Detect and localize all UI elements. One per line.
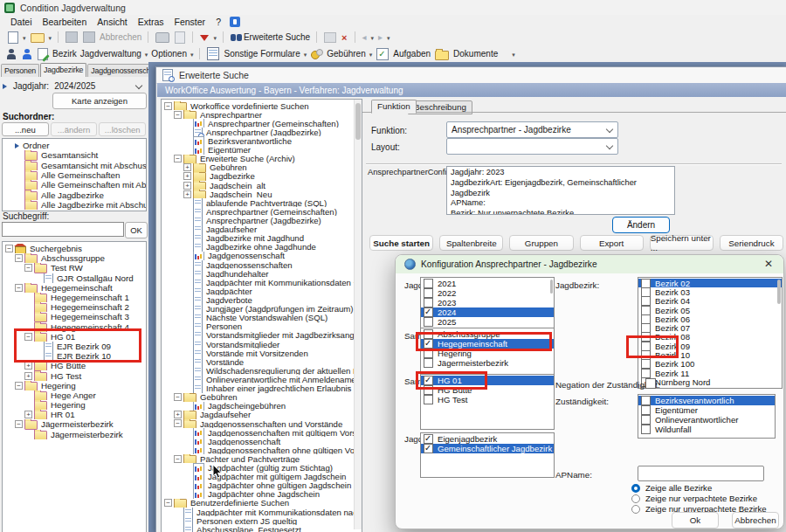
- collapse-icon[interactable]: −: [15, 284, 23, 292]
- abbrechen-button[interactable]: Abbrechen: [732, 512, 779, 529]
- forward-dropdown-icon[interactable]: ▾: [387, 35, 390, 42]
- tree-item[interactable]: Jägermeisterbezirk: [3, 430, 146, 439]
- tree-item[interactable]: −Abschussgruppe: [3, 253, 146, 263]
- menu-ansicht[interactable]: Ansicht: [92, 17, 132, 27]
- save-all-icon[interactable]: [83, 31, 95, 43]
- toolbar-button-gebühren[interactable]: Gebühren: [327, 49, 365, 59]
- tree-item[interactable]: Ordner: [3, 141, 146, 150]
- search-window-titlebar[interactable]: Erweiterte Suche: [156, 67, 786, 84]
- expand-icon[interactable]: +: [174, 411, 182, 418]
- karte-anzeigen-button[interactable]: Karte anzeigen: [52, 93, 147, 109]
- tree-item[interactable]: Vorstandsmitglieder mit Jagdbezirksangab…: [162, 331, 362, 340]
- tree-item[interactable]: Jagdgenossenchaften ohne gültigen Vorsta…: [162, 446, 362, 454]
- aendern-button[interactable]: Ändern: [612, 217, 670, 233]
- form-icon[interactable]: [207, 47, 219, 60]
- collapse-icon[interactable]: −: [174, 155, 182, 162]
- tree-item[interactable]: Jagdpächter ohne gültigen Jagdschein: [162, 481, 362, 490]
- menu-?[interactable]: ?: [210, 17, 226, 27]
- filter-dropdown-icon[interactable]: ▾: [213, 35, 217, 42]
- tree-item[interactable]: +Jagdaufseher: [162, 411, 362, 419]
- edit-icon[interactable]: [38, 48, 48, 60]
- expand-icon[interactable]: +: [183, 190, 191, 198]
- list-item[interactable]: 2024: [421, 307, 554, 317]
- tree-item[interactable]: Jagdbezirke mit Jagdhund: [162, 234, 362, 243]
- export-button[interactable]: Export: [580, 235, 644, 251]
- tree-item[interactable]: Personen extern JS gueltig: [162, 516, 362, 525]
- tree-item[interactable]: Jagdpächter (gültig zum Stichtag): [162, 463, 362, 472]
- suchbegriff-ok-button[interactable]: OK: [125, 222, 148, 238]
- collapse-icon[interactable]: −: [24, 264, 32, 272]
- collapse-icon[interactable]: −: [15, 382, 23, 390]
- suche-starten-button[interactable]: Suche starten: [369, 235, 433, 251]
- collapse-icon[interactable]: −: [174, 455, 182, 463]
- tree-item[interactable]: Gesamtansicht: [3, 150, 146, 160]
- chevron-down-icon[interactable]: ▾: [145, 52, 148, 59]
- tree-item[interactable]: Jagdpächter ohne Jagdschein: [162, 490, 362, 499]
- funktion-select[interactable]: Ansprechpartner - Jagdbezirke: [446, 121, 618, 138]
- tree-item[interactable]: Vorstände mit Vorsitzenden: [162, 349, 362, 357]
- advanced-search-icon[interactable]: [231, 34, 236, 41]
- list-item[interactable]: Onlineverantwortlicher: [638, 415, 775, 425]
- tree-item[interactable]: −Gebühren: [162, 393, 362, 402]
- filter-icon[interactable]: [200, 35, 209, 41]
- tree-item[interactable]: +Jagdbezirke: [162, 172, 362, 181]
- dialog-titlebar[interactable]: Konfiguration Ansprechpartner - Jagdbezi…: [396, 255, 783, 273]
- list-item[interactable]: Eigenjagdbezirk: [421, 434, 554, 444]
- tree-item[interactable]: −Erweiterte Suche (Archiv): [162, 155, 362, 163]
- tree-item[interactable]: Wildschadensregulierung der aktuellen Pa…: [162, 366, 362, 375]
- forward-icon[interactable]: ▸: [378, 32, 383, 42]
- advanced-search-button[interactable]: Erweiterte Suche: [244, 32, 310, 42]
- tree-item[interactable]: Jagdverbote: [162, 295, 362, 304]
- window-restore-icon[interactable]: [324, 32, 336, 43]
- ok-button[interactable]: Ok: [672, 512, 719, 529]
- menu-datei[interactable]: Datei: [5, 17, 38, 27]
- tab-funktion[interactable]: Funktion: [371, 100, 417, 114]
- apname-input[interactable]: [638, 466, 764, 481]
- tree-item[interactable]: Abschusspläne_Festgesetzt: [162, 525, 362, 532]
- collapse-icon[interactable]: −: [5, 245, 13, 252]
- tasks-icon[interactable]: [376, 48, 389, 60]
- expand-icon[interactable]: +: [24, 411, 32, 418]
- list-item[interactable]: Eigentümer: [638, 405, 775, 415]
- back-dropdown-icon[interactable]: ▾: [371, 35, 375, 42]
- tree-item[interactable]: Vorstandsmitglieder: [162, 340, 362, 349]
- list-item[interactable]: HG Test: [421, 395, 554, 404]
- radio-icon[interactable]: [631, 505, 640, 514]
- collapse-icon[interactable]: −: [164, 102, 172, 110]
- tree-item[interactable]: Inhaber einer jagdrechtlichen Erlaubnis …: [162, 384, 362, 393]
- list-item[interactable]: 2021: [421, 279, 554, 288]
- expand-icon[interactable]: +: [24, 362, 32, 370]
- tree-item[interactable]: −Pächter und Pachtverträge: [162, 454, 362, 463]
- tree-item[interactable]: ablaufende Pachtverträge (SQL): [162, 198, 362, 207]
- config-textarea[interactable]: Jagdjahr: 2023 JagdbezirkArt: Eigenjagdb…: [446, 166, 675, 215]
- layout-select[interactable]: [446, 138, 618, 155]
- dialog-close-icon[interactable]: ✕: [764, 258, 773, 270]
- expand-icon[interactable]: +: [183, 172, 191, 180]
- tree-item[interactable]: Jagdpächter mit Kommunikationsdaten nach…: [162, 508, 362, 516]
- toolbar-overflow-icon[interactable]: ▾: [512, 52, 515, 59]
- radio-option[interactable]: Zeige alle Bezirke: [631, 483, 767, 493]
- open-icon[interactable]: [31, 33, 45, 43]
- tree-item[interactable]: Alle Gemeinschaften mit Abschussplänen: [3, 180, 146, 190]
- open-dropdown-icon[interactable]: ▾: [49, 35, 52, 42]
- tree-item[interactable]: −Benutzerdefinierte Suchen: [162, 499, 362, 508]
- close-icon[interactable]: ×: [341, 33, 347, 42]
- tree-item[interactable]: +Jagdschein_Neu: [162, 190, 362, 198]
- scrollbar-thumb[interactable]: [550, 280, 553, 294]
- sidebar-tab-jagdbezirke[interactable]: Jagdbezirke: [40, 63, 86, 77]
- checkbox[interactable]: [424, 279, 433, 288]
- radio-icon[interactable]: [631, 484, 640, 493]
- gruppen-button[interactable]: Gruppen: [509, 235, 573, 251]
- list-item[interactable]: Jägermeisterbezirk: [421, 358, 554, 368]
- sidebar-tab-jagdgenossenschaften[interactable]: Jagdgenossenschaften: [87, 64, 148, 77]
- checkbox[interactable]: [641, 415, 651, 425]
- tree-item[interactable]: −Jägermeisterbezirk: [3, 419, 146, 429]
- menu-bearbeiten[interactable]: Bearbeiten: [38, 17, 93, 27]
- radio-option[interactable]: Zeige nur verpachtete Bezirke: [631, 494, 767, 503]
- tree-item[interactable]: Jagdgenossenchaft: [162, 437, 362, 446]
- suchbegriff-input[interactable]: [2, 222, 124, 237]
- back-icon[interactable]: ◂: [362, 32, 367, 42]
- tree-item[interactable]: Ansprechpartner (Gemeinschaften): [162, 207, 362, 216]
- list-item[interactable]: Wildunfall: [638, 425, 775, 434]
- checkbox[interactable]: [424, 395, 433, 404]
